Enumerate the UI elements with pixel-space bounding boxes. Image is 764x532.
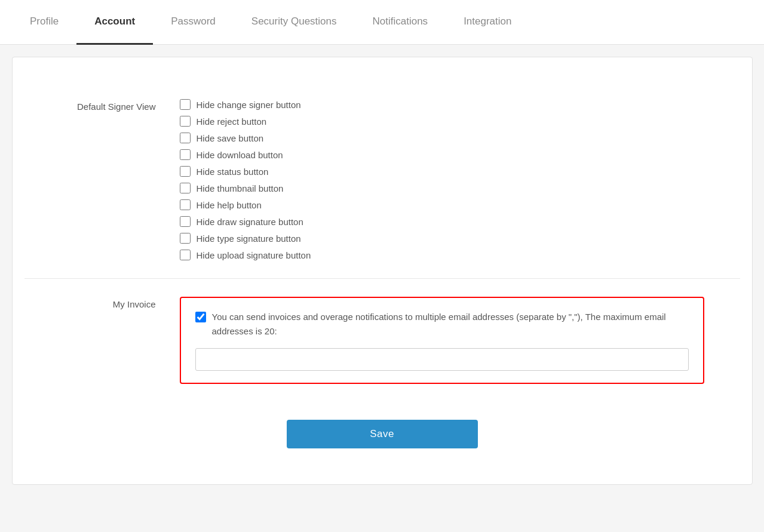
checkbox-row-hide-draw-signature: Hide draw signature button xyxy=(180,216,704,227)
checkbox-hide-save[interactable] xyxy=(180,133,191,143)
checkbox-row-hide-help: Hide help button xyxy=(180,199,704,210)
nav-item-profile[interactable]: Profile xyxy=(12,0,76,45)
checkbox-row-hide-upload-signature: Hide upload signature button xyxy=(180,250,704,260)
checkbox-label-hide-draw-signature: Hide draw signature button xyxy=(197,217,303,227)
checkbox-row-hide-change-signer: Hide change signer button xyxy=(180,99,704,110)
my-invoice-label: My Invoice xyxy=(60,297,180,384)
invoice-description: You can send invoices and overage notifi… xyxy=(212,310,689,339)
checkbox-label-hide-help: Hide help button xyxy=(197,200,262,210)
save-section: Save xyxy=(24,402,740,460)
checkbox-row-hide-save: Hide save button xyxy=(180,133,704,143)
checkbox-hide-draw-signature[interactable] xyxy=(180,216,191,227)
save-button[interactable]: Save xyxy=(287,420,478,448)
top-nav: ProfileAccountPasswordSecurity Questions… xyxy=(0,0,764,45)
nav-item-security-questions[interactable]: Security Questions xyxy=(234,0,355,45)
main-content: Default Signer View Hide change signer b… xyxy=(12,57,753,485)
my-invoice-section: My Invoice You can send invoices and ove… xyxy=(24,279,740,402)
checkbox-hide-help[interactable] xyxy=(180,199,191,210)
checkbox-list: Hide change signer buttonHide reject but… xyxy=(180,99,704,260)
invoice-box: You can send invoices and overage notifi… xyxy=(180,297,704,384)
nav-item-account[interactable]: Account xyxy=(76,0,153,45)
default-signer-view-label: Default Signer View xyxy=(60,99,180,260)
checkbox-label-hide-status: Hide status button xyxy=(197,167,269,177)
nav-item-notifications[interactable]: Notifications xyxy=(355,0,446,45)
checkbox-label-hide-reject: Hide reject button xyxy=(197,116,267,127)
invoice-inner: You can send invoices and overage notifi… xyxy=(195,310,689,339)
checkbox-hide-reject[interactable] xyxy=(180,116,191,127)
checkbox-label-hide-download: Hide download button xyxy=(197,150,283,160)
default-signer-view-section: Default Signer View Hide change signer b… xyxy=(24,81,740,279)
checkbox-hide-status[interactable] xyxy=(180,166,191,177)
checkbox-hide-thumbnail[interactable] xyxy=(180,183,191,193)
checkbox-hide-change-signer[interactable] xyxy=(180,99,191,110)
checkbox-row-hide-type-signature: Hide type signature button xyxy=(180,233,704,244)
checkbox-hide-type-signature[interactable] xyxy=(180,233,191,244)
checkbox-label-hide-upload-signature: Hide upload signature button xyxy=(197,250,311,260)
invoice-email-input[interactable] xyxy=(195,348,689,371)
checkbox-hide-download[interactable] xyxy=(180,149,191,160)
checkbox-row-hide-status: Hide status button xyxy=(180,166,704,177)
invoice-checkbox[interactable] xyxy=(195,312,206,322)
checkbox-label-hide-type-signature: Hide type signature button xyxy=(197,233,301,244)
checkbox-row-hide-thumbnail: Hide thumbnail button xyxy=(180,183,704,193)
checkbox-row-hide-reject: Hide reject button xyxy=(180,116,704,127)
nav-item-integration[interactable]: Integration xyxy=(446,0,529,45)
checkbox-label-hide-save: Hide save button xyxy=(197,133,264,143)
checkbox-hide-upload-signature[interactable] xyxy=(180,250,191,260)
checkbox-label-hide-change-signer: Hide change signer button xyxy=(197,100,301,110)
checkbox-row-hide-download: Hide download button xyxy=(180,149,704,160)
checkbox-label-hide-thumbnail: Hide thumbnail button xyxy=(197,183,284,193)
nav-item-password[interactable]: Password xyxy=(153,0,234,45)
